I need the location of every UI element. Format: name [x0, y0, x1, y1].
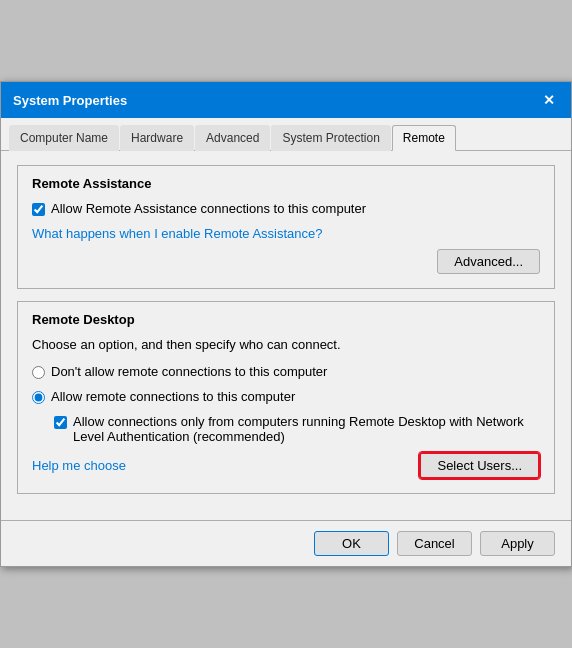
bottom-actions: Help me choose Select Users...: [32, 452, 540, 479]
remote-assistance-group: Remote Assistance Allow Remote Assistanc…: [17, 165, 555, 289]
cancel-button[interactable]: Cancel: [397, 531, 472, 556]
remote-assistance-label: Remote Assistance: [32, 176, 540, 191]
tab-bar: Computer Name Hardware Advanced System P…: [1, 118, 571, 151]
remote-desktop-option1-radio[interactable]: [32, 366, 45, 379]
apply-button[interactable]: Apply: [480, 531, 555, 556]
remote-desktop-option1-label: Don't allow remote connections to this c…: [51, 364, 327, 379]
tab-hardware[interactable]: Hardware: [120, 125, 194, 151]
ok-button[interactable]: OK: [314, 531, 389, 556]
remote-assistance-advanced-button[interactable]: Advanced...: [437, 249, 540, 274]
remote-desktop-option2-radio[interactable]: [32, 391, 45, 404]
nla-checkbox[interactable]: [54, 416, 67, 429]
tab-system-protection[interactable]: System Protection: [271, 125, 390, 151]
remote-desktop-description: Choose an option, and then specify who c…: [32, 337, 540, 352]
tab-computer-name[interactable]: Computer Name: [9, 125, 119, 151]
advanced-btn-row: Advanced...: [32, 249, 540, 274]
tab-advanced[interactable]: Advanced: [195, 125, 270, 151]
remote-assistance-checkbox[interactable]: [32, 203, 45, 216]
help-me-choose-link[interactable]: Help me choose: [32, 458, 126, 473]
remote-desktop-group: Remote Desktop Choose an option, and the…: [17, 301, 555, 494]
remote-assistance-checkbox-row: Allow Remote Assistance connections to t…: [32, 201, 540, 216]
remote-assistance-checkbox-label: Allow Remote Assistance connections to t…: [51, 201, 366, 216]
remote-desktop-option2-label: Allow remote connections to this compute…: [51, 389, 295, 404]
nla-checkbox-label: Allow connections only from computers ru…: [73, 414, 540, 444]
close-button[interactable]: ✕: [539, 90, 559, 110]
remote-desktop-option2-row: Allow remote connections to this compute…: [32, 389, 540, 404]
remote-assistance-help-link[interactable]: What happens when I enable Remote Assist…: [32, 226, 540, 241]
remote-desktop-option1-row: Don't allow remote connections to this c…: [32, 364, 540, 379]
tab-remote[interactable]: Remote: [392, 125, 456, 151]
remote-desktop-label: Remote Desktop: [32, 312, 540, 327]
window-title: System Properties: [13, 93, 127, 108]
tab-content: Remote Assistance Allow Remote Assistanc…: [1, 151, 571, 520]
nla-checkbox-row: Allow connections only from computers ru…: [54, 414, 540, 444]
title-bar: System Properties ✕: [1, 82, 571, 118]
footer: OK Cancel Apply: [1, 520, 571, 566]
system-properties-window: System Properties ✕ Computer Name Hardwa…: [0, 81, 572, 567]
select-users-button[interactable]: Select Users...: [419, 452, 540, 479]
